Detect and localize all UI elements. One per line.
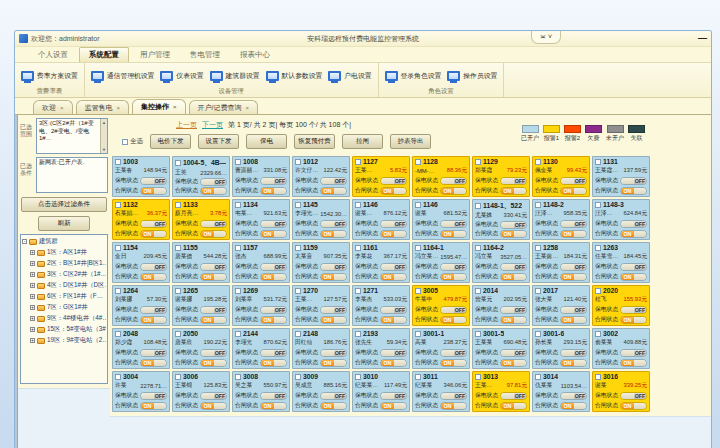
guarantee-on-segment[interactable] (621, 393, 634, 399)
switch-state-toggle[interactable]: ON (260, 230, 287, 238)
switch-on-segment[interactable]: ON (441, 274, 454, 280)
switch-off-segment[interactable] (574, 403, 587, 409)
guarantee-off-segment[interactable]: OFF (634, 178, 647, 184)
switch-on-segment[interactable]: ON (501, 188, 514, 194)
card-checkbox[interactable] (475, 203, 481, 209)
switch-on-segment[interactable]: ON (261, 231, 274, 237)
power-guarantee-toggle[interactable]: OFF (320, 177, 347, 185)
card-checkbox[interactable] (235, 331, 241, 337)
switch-state-toggle[interactable]: ON (560, 273, 587, 281)
card-checkbox[interactable] (475, 245, 481, 251)
card-checkbox[interactable] (475, 331, 481, 337)
power-guarantee-toggle[interactable]: OFF (260, 177, 287, 185)
card-checkbox[interactable] (355, 288, 361, 294)
room-card[interactable]: 3002 俞某某 409.88元 保电状态 OFF 合闸状态 ON (592, 328, 650, 369)
room-card[interactable]: 1132 石某娟… 36.37元 保电状态 OFF 合闸状态 ON (112, 199, 170, 240)
card-checkbox[interactable] (235, 202, 241, 208)
switch-state-toggle[interactable]: ON (560, 359, 587, 367)
switch-state-toggle[interactable]: ON (200, 316, 227, 324)
guarantee-on-segment[interactable] (621, 221, 634, 227)
guarantee-on-segment[interactable] (321, 264, 334, 270)
switch-state-toggle[interactable]: ON (500, 316, 527, 324)
room-card[interactable]: 1154 金日 209.45元 保电状态 OFF 合闸状态 ON (112, 242, 170, 283)
guarantee-off-segment[interactable]: OFF (394, 264, 407, 270)
room-card[interactable]: 3004 许某 2278.71… 保电状态 OFF 合闸状态 ON (112, 371, 170, 412)
switch-off-segment[interactable] (394, 188, 407, 194)
ribbon-button[interactable]: 登录角色设置 (385, 71, 442, 81)
switch-off-segment[interactable] (574, 317, 587, 323)
guarantee-on-segment[interactable] (321, 178, 334, 184)
card-checkbox[interactable] (175, 331, 181, 337)
switch-on-segment[interactable]: ON (621, 360, 634, 366)
room-card[interactable]: 1159 太某音 907.35元 保电状态 OFF 合闸状态 ON (292, 242, 350, 283)
switch-off-segment[interactable] (394, 274, 407, 280)
switch-off-segment[interactable] (394, 360, 407, 366)
switch-state-toggle[interactable]: ON (620, 273, 647, 281)
guarantee-on-segment[interactable] (441, 178, 454, 184)
tree-root[interactable]: -建筑群 (22, 237, 106, 246)
switch-on-segment[interactable]: ON (261, 360, 274, 366)
guarantee-on-segment[interactable] (261, 264, 274, 270)
switch-off-segment[interactable] (514, 188, 527, 194)
guarantee-off-segment[interactable]: OFF (574, 264, 587, 270)
switch-off-segment[interactable] (154, 274, 167, 280)
power-guarantee-toggle[interactable]: OFF (140, 392, 167, 400)
switch-on-segment[interactable]: ON (321, 403, 334, 409)
action-button[interactable]: 电价下发 (150, 134, 191, 149)
guarantee-off-segment[interactable]: OFF (454, 307, 467, 313)
power-guarantee-toggle[interactable]: OFF (500, 177, 527, 185)
guarantee-off-segment[interactable]: OFF (454, 350, 467, 356)
power-guarantee-toggle[interactable]: OFF (440, 220, 467, 228)
switch-on-segment[interactable]: ON (141, 317, 154, 323)
power-guarantee-toggle[interactable]: OFF (500, 306, 527, 314)
card-checkbox[interactable] (295, 202, 301, 208)
switch-off-segment[interactable] (334, 188, 347, 194)
card-checkbox[interactable] (355, 159, 361, 165)
switch-on-segment[interactable]: ON (381, 360, 394, 366)
action-button[interactable]: 拉闸 (342, 134, 383, 149)
card-checkbox[interactable] (115, 288, 121, 294)
guarantee-on-segment[interactable] (141, 221, 154, 227)
switch-off-segment[interactable] (514, 317, 527, 323)
guarantee-on-segment[interactable] (381, 264, 394, 270)
switch-state-toggle[interactable]: ON (140, 273, 167, 281)
guarantee-on-segment[interactable] (201, 221, 214, 227)
switch-off-segment[interactable] (274, 360, 287, 366)
switch-state-toggle[interactable]: ON (140, 187, 167, 195)
card-checkbox[interactable] (235, 288, 241, 294)
switch-on-segment[interactable]: ON (381, 274, 394, 280)
guarantee-off-segment[interactable]: OFF (334, 221, 347, 227)
room-card[interactable]: 3010 纪某某… 117.49元 保电状态 OFF 合闸状态 ON (352, 371, 410, 412)
guarantee-off-segment[interactable]: OFF (634, 221, 647, 227)
switch-state-toggle[interactable]: ON (260, 273, 287, 281)
power-guarantee-toggle[interactable]: OFF (200, 392, 227, 400)
switch-on-segment[interactable]: ON (561, 188, 574, 194)
switch-on-segment[interactable]: ON (201, 403, 214, 409)
switch-off-segment[interactable] (514, 403, 527, 409)
guarantee-off-segment[interactable]: OFF (274, 178, 287, 184)
switch-off-segment[interactable] (634, 403, 647, 409)
power-guarantee-toggle[interactable]: OFF (560, 392, 587, 400)
tree-expand-icon[interactable]: + (30, 272, 35, 277)
switch-state-toggle[interactable]: ON (140, 402, 167, 410)
power-guarantee-toggle[interactable]: OFF (260, 263, 287, 271)
guarantee-off-segment[interactable]: OFF (334, 178, 347, 184)
room-card[interactable]: 1133 蔡月亮… 3.78元 保电状态 OFF 合闸状态 ON (172, 199, 230, 240)
room-card[interactable]: 1134 韦某… 921.63元 保电状态 OFF 合闸状态 ON (232, 199, 290, 240)
switch-on-segment[interactable]: ON (381, 231, 394, 237)
card-checkbox[interactable] (595, 159, 601, 165)
tree-expand-icon[interactable]: + (30, 261, 35, 266)
card-checkbox[interactable] (115, 331, 121, 337)
menu-item-5[interactable]: 报表中心 (231, 48, 279, 62)
switch-state-toggle[interactable]: ON (380, 359, 407, 367)
power-guarantee-toggle[interactable]: OFF (500, 221, 527, 229)
room-card[interactable]: 2144 李瑾光 870.62元 保电状态 OFF 合闸状态 ON (232, 328, 290, 369)
power-guarantee-toggle[interactable]: OFF (320, 263, 347, 271)
room-card[interactable]: 3011 纪某某 346.06元 保电状态 OFF 合闸状态 ON (412, 371, 470, 412)
switch-off-segment[interactable] (334, 317, 347, 323)
room-card[interactable]: 3001-5 王某某 690.48元 保电状态 OFF 合闸状态 ON (472, 328, 530, 369)
card-checkbox[interactable] (475, 159, 481, 165)
guarantee-off-segment[interactable]: OFF (214, 221, 227, 227)
switch-state-toggle[interactable]: ON (320, 402, 347, 410)
card-checkbox[interactable] (175, 202, 181, 208)
